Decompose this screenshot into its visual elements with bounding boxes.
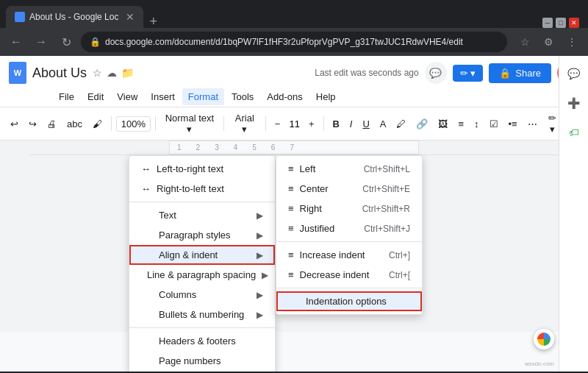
columns-item[interactable]: Columns ▶ xyxy=(129,285,275,305)
align-center-item[interactable]: ≡ Center Ctrl+Shift+E xyxy=(276,179,422,199)
minimize-button[interactable]: ─ xyxy=(542,18,553,28)
menu-insert[interactable]: Insert xyxy=(145,88,181,105)
align-center-icon: ≡ xyxy=(288,183,294,194)
cloud-icon: ☁ xyxy=(107,67,117,79)
text-item[interactable]: Text ▶ xyxy=(129,205,275,225)
tab-favicon xyxy=(15,12,25,22)
menu-file[interactable]: File xyxy=(53,88,80,105)
menu-tools[interactable]: Tools xyxy=(226,88,259,105)
explore-button[interactable]: ➕ xyxy=(562,91,586,115)
bullets-numbering-item[interactable]: Bullets & numbering ▶ xyxy=(129,305,275,324)
bookmark-icon[interactable]: ☆ xyxy=(514,32,535,52)
reload-button[interactable]: ↻ xyxy=(56,32,76,52)
checklist-button[interactable]: ☑ xyxy=(485,116,503,132)
star-icon[interactable]: ☆ xyxy=(93,67,102,79)
back-button[interactable]: ← xyxy=(6,32,26,52)
more-button[interactable]: ⋯ xyxy=(523,116,542,132)
spellcheck-button[interactable]: abc xyxy=(62,116,87,132)
editing-mode-button[interactable]: ✏ ▾ xyxy=(453,65,484,82)
align-left-item[interactable]: ≡ Left Ctrl+Shift+L xyxy=(276,159,422,179)
toolbar-separator-4 xyxy=(265,116,266,131)
font-size-increase[interactable]: + xyxy=(304,116,319,132)
increase-indent-icon: ≡ xyxy=(288,249,294,260)
format-menu: ↔ Left-to-right text ↔ Right-to-left tex… xyxy=(129,155,276,372)
print-button[interactable]: 🖨 xyxy=(43,116,61,132)
align-justified-item[interactable]: ≡ Justified Ctrl+Shift+J xyxy=(276,219,422,238)
left-to-right-item[interactable]: ↔ Left-to-right text xyxy=(129,159,275,179)
comment-button[interactable]: 💬 xyxy=(425,62,447,84)
menu-edit[interactable]: Edit xyxy=(82,88,110,105)
align-indent-item[interactable]: Align & indent ▶ xyxy=(129,245,275,265)
menu-icon[interactable]: ⋮ xyxy=(562,32,582,52)
last-edit-text: Last edit was seconds ago xyxy=(315,68,418,78)
indent-submenu: ≡ Left Ctrl+Shift+L ≡ Center Ctrl+Shift+… xyxy=(276,155,423,315)
toolbar: ↩ ↪ 🖨 abc 🖌 100% Normal text ▾ Arial ▾ −… xyxy=(0,107,588,141)
highlight-button[interactable]: 🖊 xyxy=(392,116,410,132)
security-icon: 🔒 xyxy=(90,37,101,47)
line-spacing-button[interactable]: ↕ xyxy=(470,116,484,132)
undo-button[interactable]: ↩ xyxy=(6,116,23,132)
ltr-icon: ↔ xyxy=(141,163,151,174)
forward-button[interactable]: → xyxy=(31,32,51,52)
align-right-item[interactable]: ≡ Right Ctrl+Shift+R xyxy=(276,199,422,219)
align-left-icon: ≡ xyxy=(288,163,294,174)
folder-icon[interactable]: 📁 xyxy=(121,67,134,79)
page-orientation-item[interactable]: Page orientation xyxy=(129,371,275,372)
zoom-selector[interactable]: 100% xyxy=(116,116,151,132)
text-color-button[interactable]: A xyxy=(376,116,391,132)
decrease-indent-item[interactable]: ≡ Decrease indent Ctrl+[ xyxy=(276,265,422,285)
arrow-icon: ▶ xyxy=(257,310,263,320)
decrease-indent-icon: ≡ xyxy=(288,269,294,280)
page-numbers-item[interactable]: Page numbers xyxy=(129,351,275,371)
url-text: docs.google.com/document/d/1bqPW7lF1fHF3… xyxy=(105,37,463,47)
close-window-button[interactable]: ✕ xyxy=(569,18,579,28)
arrow-icon: ▶ xyxy=(262,270,268,280)
docs-title-row: W About Us ☆ ☁ 📁 Last edit was seconds a… xyxy=(9,62,579,84)
increase-indent-item[interactable]: ≡ Increase indent Ctrl+] xyxy=(276,245,422,265)
font-selector[interactable]: Arial ▾ xyxy=(229,110,261,137)
submenu-separator-1 xyxy=(276,241,422,242)
google-fab[interactable] xyxy=(534,329,554,349)
link-button[interactable]: 🔗 xyxy=(412,116,432,132)
watermark: wsxdn.com xyxy=(525,360,554,367)
docs-logo: W xyxy=(9,62,26,84)
indentation-options-item[interactable]: Indentation options xyxy=(276,291,422,311)
normal-text-dropdown[interactable]: Normal text ▾ xyxy=(160,110,219,137)
extensions-icon[interactable]: ⚙ xyxy=(538,32,559,52)
menu-addons[interactable]: Add-ons xyxy=(261,88,308,105)
image-button[interactable]: 🖼 xyxy=(434,116,452,132)
menu-format[interactable]: Format xyxy=(182,88,224,105)
redo-button[interactable]: ↪ xyxy=(24,116,41,132)
add-comment-sidebar-button[interactable]: 💬 xyxy=(562,62,586,85)
underline-button[interactable]: U xyxy=(358,116,373,132)
ruler: 1234567 xyxy=(29,141,559,155)
menu-help[interactable]: Help xyxy=(310,88,342,105)
tab-title: About Us - Google Loc xyxy=(29,12,118,22)
arrow-icon: ▶ xyxy=(257,290,263,300)
font-size-decrease[interactable]: − xyxy=(270,116,285,132)
bold-button[interactable]: B xyxy=(328,116,343,132)
menu-view[interactable]: View xyxy=(111,88,143,105)
arrow-icon: ▶ xyxy=(257,230,263,241)
line-spacing-item[interactable]: Line & paragraph spacing ▶ xyxy=(129,265,275,285)
share-button[interactable]: 🔒 Share xyxy=(489,63,551,83)
paragraph-styles-item[interactable]: Paragraph styles ▶ xyxy=(129,225,275,245)
justify-icon: ≡ xyxy=(288,223,294,234)
align-button[interactable]: ≡ xyxy=(453,116,468,132)
maximize-button[interactable]: □ xyxy=(556,18,566,28)
active-tab[interactable]: About Us - Google Loc ✕ xyxy=(6,6,143,28)
italic-button[interactable]: I xyxy=(345,116,357,132)
new-tab-button[interactable]: + xyxy=(149,15,157,28)
tag-button[interactable]: 🏷 xyxy=(562,121,586,144)
headers-footers-item[interactable]: Headers & footers xyxy=(129,331,275,351)
url-bar[interactable]: 🔒 docs.google.com/document/d/1bqPW7lF1fH… xyxy=(81,32,507,52)
docs-topbar: W About Us ☆ ☁ 📁 Last edit was seconds a… xyxy=(0,56,588,107)
tab-close-button[interactable]: ✕ xyxy=(126,11,135,23)
right-to-left-item[interactable]: ↔ Right-to-left text xyxy=(129,179,275,199)
address-bar: ← → ↻ 🔒 docs.google.com/document/d/1bqPW… xyxy=(0,28,588,56)
docs-title-right: Last edit was seconds ago 💬 ✏ ▾ 🔒 Share … xyxy=(315,62,579,84)
bullets-button[interactable]: •≡ xyxy=(504,116,522,132)
arrow-icon: ▶ xyxy=(257,210,263,221)
paint-format-button[interactable]: 🖌 xyxy=(88,116,107,132)
browser-chrome: About Us - Google Loc ✕ + ─ □ ✕ ← → ↻ 🔒 … xyxy=(0,0,588,56)
